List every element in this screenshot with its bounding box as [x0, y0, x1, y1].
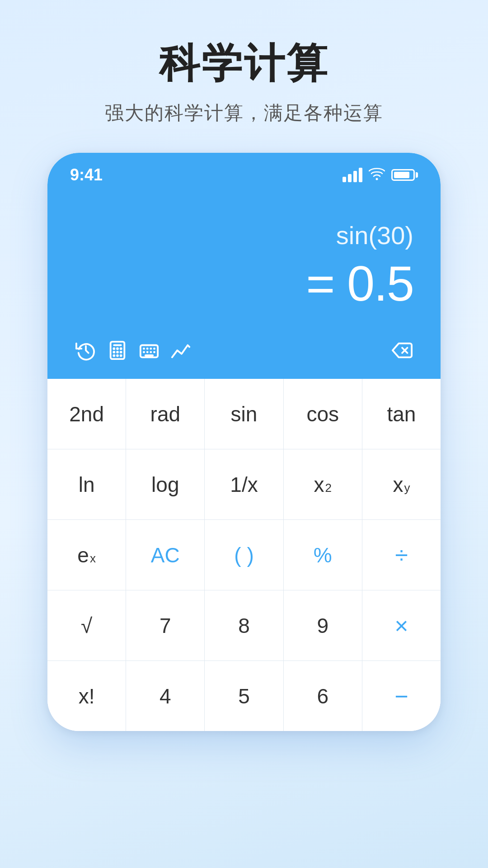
svg-point-0	[376, 178, 378, 180]
key-6[interactable]: 6	[284, 661, 362, 731]
key-percent[interactable]: %	[284, 520, 362, 590]
page-subtitle: 强大的科学计算，满足各种运算	[105, 100, 383, 126]
key-parentheses[interactable]: ( )	[205, 520, 283, 590]
keyboard-icon[interactable]	[133, 335, 165, 366]
key-rad[interactable]: rad	[126, 379, 205, 449]
signal-icon	[343, 168, 362, 182]
calc-result: = 0.5	[75, 255, 413, 312]
key-row-5: x! 4 5 6 −	[47, 661, 441, 731]
wifi-icon	[369, 167, 385, 184]
key-row-2: ln log 1/x x2 xy	[47, 449, 441, 520]
keypad-area: 2nd rad sin cos tan ln log 1/x x2 xy ex …	[47, 379, 441, 731]
key-7[interactable]: 7	[126, 590, 205, 660]
status-bar: 9:41	[47, 153, 441, 184]
display-area: 9:41	[47, 153, 441, 379]
calc-display: sin(30) = 0.5	[47, 184, 441, 326]
history-icon[interactable]	[70, 335, 102, 366]
status-time: 9:41	[70, 165, 103, 184]
key-factorial[interactable]: x!	[47, 661, 126, 731]
calculator-icon[interactable]	[102, 335, 133, 366]
page-title: 科学计算	[105, 36, 383, 91]
key-exp[interactable]: ex	[47, 520, 126, 590]
status-icons	[343, 167, 418, 184]
key-8[interactable]: 8	[205, 590, 283, 660]
key-multiply[interactable]: ×	[362, 590, 441, 660]
key-sin[interactable]: sin	[205, 379, 283, 449]
key-power[interactable]: xy	[362, 449, 441, 519]
battery-icon	[391, 169, 418, 181]
key-sqrt[interactable]: √	[47, 590, 126, 660]
key-row-3: ex AC ( ) % ÷	[47, 520, 441, 590]
key-divide[interactable]: ÷	[362, 520, 441, 590]
key-2nd[interactable]: 2nd	[47, 379, 126, 449]
backspace-icon[interactable]	[386, 335, 418, 366]
key-square[interactable]: x2	[284, 449, 362, 519]
key-4[interactable]: 4	[126, 661, 205, 731]
key-5[interactable]: 5	[205, 661, 283, 731]
key-tan[interactable]: tan	[362, 379, 441, 449]
calc-expression: sin(30)	[75, 221, 413, 250]
key-subtract[interactable]: −	[362, 661, 441, 731]
toolbar-row	[47, 326, 441, 379]
key-row-1: 2nd rad sin cos tan	[47, 379, 441, 449]
key-9[interactable]: 9	[284, 590, 362, 660]
key-row-4: √ 7 8 9 ×	[47, 590, 441, 661]
phone-frame: 9:41	[47, 153, 441, 731]
key-ln[interactable]: ln	[47, 449, 126, 519]
key-ac[interactable]: AC	[126, 520, 205, 590]
key-reciprocal[interactable]: 1/x	[205, 449, 283, 519]
chart-icon[interactable]	[165, 335, 197, 366]
key-log[interactable]: log	[126, 449, 205, 519]
key-cos[interactable]: cos	[284, 379, 362, 449]
